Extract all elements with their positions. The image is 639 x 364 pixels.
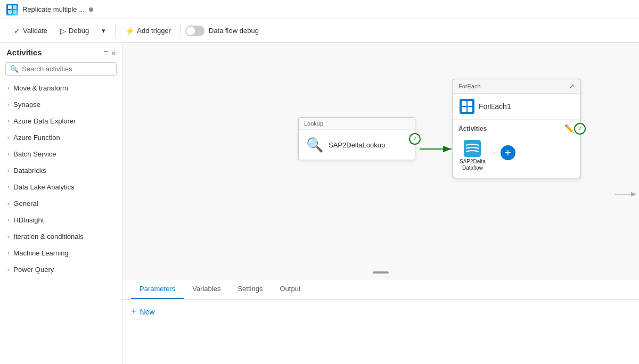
- sidebar-item-synapse[interactable]: › Synapse: [0, 96, 122, 113]
- pipeline-title: Replicate multiple ...: [22, 5, 85, 13]
- svg-rect-2: [8, 10, 12, 14]
- sidebar-item-hdinsight[interactable]: › HDInsight: [0, 212, 122, 228]
- foreach-success-check: ✓: [574, 123, 586, 135]
- activities-sidebar: Activities ≡ « 🔍 › Move & transform › Sy…: [0, 43, 122, 364]
- sidebar-item-iteration-conditionals[interactable]: › Iteration & conditionals: [0, 228, 122, 245]
- search-icon: 🔍: [10, 65, 19, 73]
- chevron-icon: ›: [7, 201, 9, 206]
- foreach-activities-header: Activities ✏️: [458, 124, 575, 134]
- inner-activity-dataflow[interactable]: SAP2DeltaDataflow: [460, 140, 486, 171]
- debug-label: Debug: [69, 27, 89, 35]
- sidebar-title: Activities: [6, 48, 42, 57]
- edit-icon[interactable]: ✏️: [564, 124, 575, 134]
- bottom-panel: Parameters Variables Settings Output + N…: [122, 279, 639, 364]
- chevron-icon: ›: [7, 85, 9, 91]
- lookup-node[interactable]: Lookup 🔍 SAP2DeltaLookup ✓: [298, 117, 415, 160]
- sidebar-item-label: Databricks: [13, 167, 46, 175]
- tab-output[interactable]: Output: [271, 279, 309, 299]
- search-box: 🔍: [5, 62, 117, 76]
- svg-rect-1: [13, 5, 17, 9]
- dataflow-activity-icon: [464, 140, 481, 157]
- toolbar-divider: [115, 24, 116, 37]
- chevron-icon: ›: [7, 234, 9, 239]
- sidebar-item-label: Move & transform: [13, 84, 68, 92]
- dropdown-arrow-icon: ▾: [102, 27, 105, 35]
- foreach-node[interactable]: ForEach ⤢ ForEach1 Activities: [453, 79, 580, 178]
- add-activity-button[interactable]: +: [501, 145, 515, 160]
- sidebar-item-label: Power Query: [13, 266, 54, 274]
- foreach-node-name: ForEach1: [479, 102, 511, 111]
- lookup-success-check: ✓: [409, 133, 421, 145]
- chevron-icon: ›: [7, 217, 9, 223]
- sidebar-item-label: Machine Learning: [13, 249, 68, 257]
- debug-button[interactable]: ▷ Debug: [55, 24, 94, 38]
- sidebar-header: Activities ≡ «: [0, 43, 122, 62]
- pipeline-canvas[interactable]: Lookup 🔍 SAP2DeltaLookup ✓ ForEach ⤢: [122, 43, 639, 279]
- sidebar-item-move-transform[interactable]: › Move & transform: [0, 80, 122, 96]
- data-flow-debug-toggle[interactable]: [185, 26, 204, 36]
- plus-icon: +: [131, 306, 137, 317]
- svg-rect-3: [13, 10, 17, 14]
- data-flow-debug-label: Data flow debug: [209, 27, 259, 35]
- sidebar-item-machine-learning[interactable]: › Machine Learning: [0, 245, 122, 261]
- tabs-row: Parameters Variables Settings Output: [122, 279, 639, 300]
- search-input[interactable]: [22, 65, 112, 73]
- chevron-icon: ›: [7, 184, 9, 190]
- chevron-icon: ›: [7, 267, 9, 272]
- unsaved-indicator: [89, 7, 93, 12]
- svg-rect-0: [8, 5, 12, 9]
- sidebar-item-label: Azure Function: [13, 134, 60, 142]
- tab-variables[interactable]: Variables: [184, 279, 229, 299]
- sidebar-item-databricks[interactable]: › Databricks: [0, 162, 122, 179]
- right-panel: Lookup 🔍 SAP2DeltaLookup ✓ ForEach ⤢: [122, 43, 639, 364]
- sidebar-item-batch-service[interactable]: › Batch Service: [0, 146, 122, 162]
- sidebar-item-label: HDInsight: [13, 216, 44, 224]
- chevron-icon: ›: [7, 250, 9, 256]
- chevron-icon: ›: [7, 102, 9, 107]
- sidebar-item-azure-function[interactable]: › Azure Function: [0, 129, 122, 146]
- chevron-icon: ›: [7, 118, 9, 124]
- foreach-header-label: ForEach: [458, 83, 481, 89]
- add-trigger-button[interactable]: ⚡ Add trigger: [120, 24, 176, 38]
- validate-icon: ✓: [14, 27, 20, 35]
- scroll-indicator: [373, 271, 389, 274]
- chevron-icon: ›: [7, 135, 9, 140]
- sidebar-collapse-button[interactable]: ≡: [104, 48, 108, 57]
- sidebar-activity-list: › Move & transform › Synapse › Azure Dat…: [0, 80, 122, 364]
- chevron-icon: ›: [7, 168, 9, 173]
- foreach-name-row: ForEach1: [453, 94, 580, 120]
- sidebar-item-label: Iteration & conditionals: [13, 233, 84, 241]
- sidebar-item-label: General: [13, 200, 38, 208]
- inner-arrow-icon: →: [489, 148, 497, 158]
- sidebar-item-azure-data-explorer[interactable]: › Azure Data Explorer: [0, 113, 122, 129]
- sidebar-actions: ≡ «: [104, 48, 116, 57]
- tab-parameters[interactable]: Parameters: [131, 279, 184, 299]
- tab-settings[interactable]: Settings: [229, 279, 271, 299]
- expand-icon[interactable]: ⤢: [569, 82, 575, 90]
- new-parameter-button[interactable]: + New: [131, 306, 155, 317]
- top-bar: Replicate multiple ...: [0, 0, 639, 19]
- validate-label: Validate: [23, 27, 47, 35]
- sidebar-item-power-query[interactable]: › Power Query: [0, 261, 122, 278]
- debug-dropdown-button[interactable]: ▾: [96, 24, 111, 37]
- debug-icon: ▷: [60, 27, 66, 35]
- sidebar-item-label: Batch Service: [13, 150, 56, 158]
- foreach-inner-activities: SAP2DeltaDataflow → +: [458, 138, 575, 173]
- sidebar-item-data-lake-analytics[interactable]: › Data Lake Analytics: [0, 179, 122, 195]
- data-flow-debug-control: Data flow debug: [185, 26, 259, 36]
- trigger-label: Add trigger: [137, 27, 171, 35]
- lookup-node-label: SAP2DeltaLookup: [329, 141, 385, 149]
- inner-activity-label: SAP2DeltaDataflow: [460, 159, 486, 171]
- chevron-icon: ›: [7, 151, 9, 157]
- sidebar-hide-button[interactable]: «: [111, 48, 116, 57]
- sidebar-item-general[interactable]: › General: [0, 195, 122, 212]
- sidebar-item-label: Azure Data Explorer: [13, 117, 76, 125]
- lookup-icon: 🔍: [306, 136, 323, 153]
- foreach-activities-section: Activities ✏️: [453, 120, 580, 178]
- main-area: Activities ≡ « 🔍 › Move & transform › Sy…: [0, 43, 639, 364]
- validate-button[interactable]: ✓ Validate: [9, 24, 53, 38]
- lookup-node-body: 🔍 SAP2DeltaLookup: [299, 130, 415, 160]
- foreach-activities-label: Activities: [458, 125, 487, 133]
- foreach-activity-icon: [460, 99, 474, 114]
- trigger-icon: ⚡: [125, 27, 134, 35]
